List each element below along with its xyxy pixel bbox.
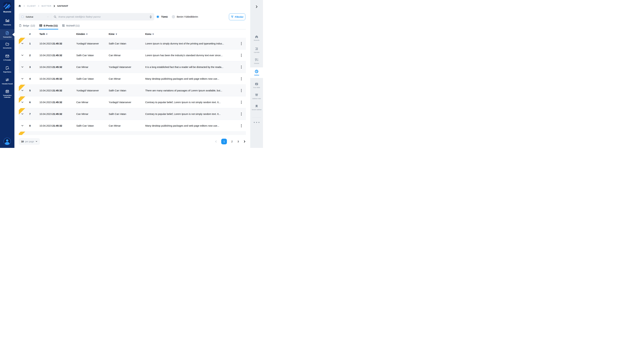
row-subject: Lorem Ipsum is simply dummy text of the …: [145, 42, 237, 45]
row-number: 5: [26, 89, 34, 92]
radio-selected-icon: [156, 15, 160, 18]
radio-all[interactable]: Tümü: [156, 15, 168, 18]
sidebar-item-panorama[interactable]: Panorama: [0, 19, 14, 26]
row-menu-button[interactable]: [237, 54, 246, 57]
funnel-icon: [231, 16, 234, 18]
user-avatar[interactable]: [3, 137, 11, 145]
table-row[interactable]: 6 10.04.2023 21:45:32 Can Mimar Yurdagül…: [19, 96, 246, 108]
expand-row-button[interactable]: [19, 42, 26, 45]
expand-row-button[interactable]: [19, 89, 26, 92]
table-row[interactable]: 7 10.04.2023 21:45:32 Can Mimar Salih Ca…: [19, 108, 246, 120]
app-name: Muamelat: [3, 11, 11, 13]
folder-select[interactable]: Safahat: [19, 13, 51, 20]
panel-item-safahat-analiz[interactable]: Safahat Analiz: [250, 93, 263, 100]
stages-list-icon: [255, 47, 258, 51]
panel-item-muamele[interactable]: Muamele: [250, 35, 263, 41]
table-row[interactable]: 8 10.04.2023 21:45:32 Salih Can Vatan Ca…: [19, 120, 246, 132]
bar-chart-icon: [5, 19, 10, 23]
table-row[interactable]: 2 10.04.2023 21:45:32 Salih Can Vatan Ca…: [19, 50, 246, 61]
envelope-icon: [5, 54, 10, 58]
column-date[interactable]: Tarih: [34, 33, 76, 36]
panel-divider: [252, 117, 261, 118]
filter-radio-group: Tümü Benim Yüklediklerim: [156, 13, 198, 20]
row-menu-button[interactable]: [237, 66, 246, 68]
tab-eposta[interactable]: E-Posta (11): [39, 23, 58, 29]
pagination: 1 2 3: [215, 139, 246, 144]
row-to: Yurdagül Vatansever: [109, 66, 145, 68]
microphone-icon[interactable]: [149, 15, 152, 18]
table-row[interactable]: 3 10.04.2023 21:45:32 Can Mimar Yurdagül…: [19, 61, 246, 73]
row-number: 4: [26, 77, 34, 80]
folder-icon: [5, 42, 10, 46]
radio-my-uploads[interactable]: Benim Yüklediklerim: [172, 15, 198, 18]
row-from: Salih Can Vatan: [76, 77, 109, 80]
row-menu-button[interactable]: [237, 124, 246, 127]
panel-item-mesele-safahati[interactable]: Mesele Safahati: [250, 104, 263, 110]
column-from[interactable]: Kimden: [76, 33, 109, 36]
column-to[interactable]: Kime: [109, 33, 145, 36]
row-to: Can Mimar: [109, 124, 145, 127]
search-input[interactable]: [58, 16, 148, 18]
search-icon: [54, 15, 57, 18]
page-1-button[interactable]: 1: [221, 139, 227, 144]
filters-button[interactable]: Filtreler: [229, 14, 245, 20]
expand-row-button[interactable]: [19, 54, 26, 56]
tab-muhtelif[interactable]: Muhtelif (11): [62, 23, 80, 29]
row-from: Yurdagül Vatansever: [76, 89, 109, 92]
expand-row-button[interactable]: [19, 124, 26, 127]
sidebar-item-transaction[interactable]: Transaction: [0, 29, 14, 40]
collapse-panel-button[interactable]: [255, 5, 258, 8]
row-menu-button[interactable]: [237, 77, 246, 80]
panel-item-safahat[interactable]: Safahat: [250, 68, 263, 78]
row-from: Can Mimar: [76, 112, 109, 115]
page-3-button[interactable]: 3: [237, 140, 239, 143]
main-content: CLIENT MATTER SAFAHAT Safahat: [14, 0, 250, 148]
table-row-partial[interactable]: [19, 132, 246, 135]
per-page-select[interactable]: 10 per page: [19, 138, 40, 145]
expand-row-button[interactable]: [19, 113, 26, 115]
table-row[interactable]: 1 10.04.2023 21:45:32 Yurdagül Vatanseve…: [19, 38, 246, 50]
row-number: 1: [26, 42, 34, 45]
table-row[interactable]: 5 10.04.2023 21:45:32 Yurdagül Vatanseve…: [19, 85, 246, 96]
sidebar-item-yonetim-paneli[interactable]: Yönetim Paneli: [0, 78, 14, 85]
sidebar-item-epostalar[interactable]: E-Postalar: [0, 54, 14, 61]
breadcrumb-matter[interactable]: MATTER: [42, 5, 51, 7]
panel-item-asamalar[interactable]: Aşamalar: [250, 47, 263, 53]
row-subject: There are many variations of passages of…: [145, 89, 237, 92]
breadcrumb: CLIENT MATTER SAFAHAT: [18, 4, 68, 8]
row-date: 10.04.2023 21:45:32: [34, 42, 76, 45]
breadcrumb-current: SAFAHAT: [57, 5, 68, 7]
panel-item-gorevler[interactable]: Görevler: [250, 58, 263, 64]
sidebar-item-documents[interactable]: Documents: [0, 42, 14, 49]
app-logo-block[interactable]: Muamelat: [0, 2, 14, 13]
home-icon: [255, 35, 258, 38]
row-menu-button[interactable]: [237, 89, 246, 92]
row-date: 10.04.2023 21:45:32: [34, 54, 76, 57]
column-subject[interactable]: Konu: [145, 33, 237, 36]
tab-belge[interactable]: Belge (12): [19, 23, 35, 29]
search-field: [51, 13, 154, 20]
previous-page-button[interactable]: [215, 140, 217, 143]
table-row[interactable]: 4 10.04.2023 21:45:32 Salih Can Vatan Ca…: [19, 73, 246, 85]
panel-item-imza-takibi[interactable]: İmza Takibi: [250, 82, 263, 88]
envelope-icon: [39, 24, 42, 27]
expand-row-button[interactable]: [19, 78, 26, 80]
next-page-button[interactable]: [243, 140, 246, 143]
row-menu-button[interactable]: [237, 101, 246, 104]
sidebar-item-transaction-calendar[interactable]: Transaction Calendar: [0, 89, 14, 98]
more-options-button[interactable]: [250, 122, 263, 123]
row-from: Can Mimar: [76, 101, 109, 104]
breadcrumb-client[interactable]: CLIENT: [27, 5, 36, 7]
row-from: Salih Can Vatan: [76, 124, 109, 127]
row-menu-button[interactable]: [237, 42, 246, 45]
home-icon[interactable]: [18, 4, 21, 8]
row-menu-button[interactable]: [237, 112, 246, 116]
page-icon: [19, 24, 22, 27]
expand-row-button[interactable]: [19, 66, 26, 68]
sidebar-item-raporlama[interactable]: Raporlama: [0, 66, 14, 73]
page-2-button[interactable]: 2: [231, 140, 233, 143]
content-tabs: Belge (12) E-Posta (11) Muhtelif (11): [19, 23, 246, 30]
expand-row-button[interactable]: [19, 101, 26, 104]
ellipsis-icon: [254, 122, 260, 123]
row-to: Salih Can Vatan: [109, 42, 145, 45]
